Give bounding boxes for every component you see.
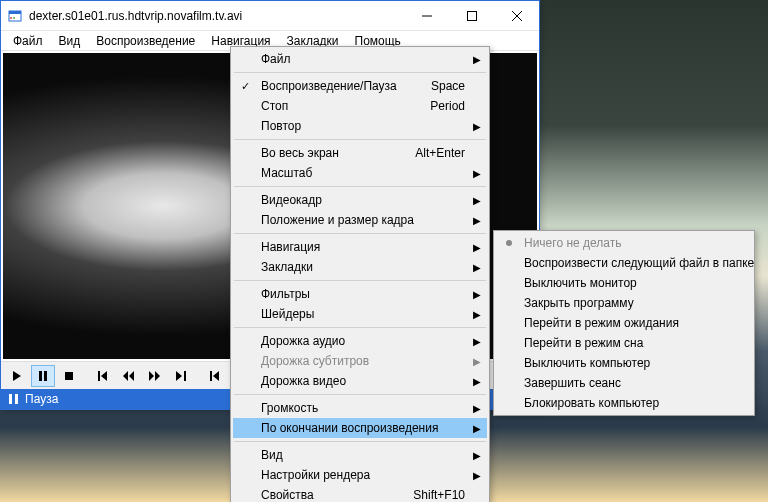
ctx-main-label: Масштаб <box>261 166 312 180</box>
ctx-main-item-22[interactable]: Громкость▶ <box>233 398 487 418</box>
menu-playback[interactable]: Воспроизведение <box>88 32 203 50</box>
rewind-button[interactable] <box>117 365 141 387</box>
submenu-arrow-icon: ▶ <box>473 121 481 132</box>
ctx-main-item-2[interactable]: ✓Воспроизведение/ПаузаSpace <box>233 76 487 96</box>
ctx-main-item-15[interactable]: Фильтры▶ <box>233 284 487 304</box>
status-icon <box>7 392 21 406</box>
ctx-after-label: Завершить сеанс <box>524 376 621 390</box>
ctx-after-item-7[interactable]: Завершить сеанс <box>496 373 752 393</box>
ctx-main-label: Видеокадр <box>261 193 322 207</box>
svg-point-3 <box>13 17 15 19</box>
ctx-main-separator <box>234 441 486 442</box>
stop-button[interactable] <box>57 365 81 387</box>
ctx-main-item-6[interactable]: Во весь экранAlt+Enter <box>233 143 487 163</box>
ctx-main-item-7[interactable]: Масштаб▶ <box>233 163 487 183</box>
ctx-main-item-27[interactable]: СвойстваShift+F10 <box>233 485 487 502</box>
ctx-main-item-26[interactable]: Настройки рендера▶ <box>233 465 487 485</box>
ctx-main-separator <box>234 186 486 187</box>
close-button[interactable] <box>494 1 539 30</box>
ctx-main-item-19[interactable]: Дорожка субтитров▶ <box>233 351 487 371</box>
ctx-main-item-12[interactable]: Навигация▶ <box>233 237 487 257</box>
window-title: dexter.s01e01.rus.hdtvrip.novafilm.tv.av… <box>29 9 404 23</box>
frame-back-button[interactable] <box>203 365 227 387</box>
shortcut-label: Shift+F10 <box>413 488 465 502</box>
ctx-main-label: Положение и размер кадра <box>261 213 414 227</box>
submenu-arrow-icon: ▶ <box>473 195 481 206</box>
ctx-main-item-13[interactable]: Закладки▶ <box>233 257 487 277</box>
ctx-after-label: Закрыть программу <box>524 296 634 310</box>
titlebar[interactable]: dexter.s01e01.rus.hdtvrip.novafilm.tv.av… <box>1 1 539 31</box>
ctx-main-label: Шейдеры <box>261 307 314 321</box>
ctx-main-item-9[interactable]: Видеокадр▶ <box>233 190 487 210</box>
skip-back-button[interactable] <box>91 365 115 387</box>
submenu-arrow-icon: ▶ <box>473 168 481 179</box>
skip-forward-button[interactable] <box>169 365 193 387</box>
ctx-after-item-4[interactable]: Перейти в режим ожидания <box>496 313 752 333</box>
svg-marker-17 <box>155 371 160 381</box>
menu-view[interactable]: Вид <box>51 32 89 50</box>
ctx-main-item-23[interactable]: По окончании воспроизведения▶ <box>233 418 487 438</box>
ctx-main-label: По окончании воспроизведения <box>261 421 438 435</box>
ctx-after-item-8[interactable]: Блокировать компьютер <box>496 393 752 413</box>
ctx-after-label: Блокировать компьютер <box>524 396 659 410</box>
ctx-after-item-6[interactable]: Выключить компьютер <box>496 353 752 373</box>
svg-rect-24 <box>9 394 12 404</box>
submenu-arrow-icon: ▶ <box>473 356 481 367</box>
submenu-arrow-icon: ▶ <box>473 54 481 65</box>
ctx-main-item-16[interactable]: Шейдеры▶ <box>233 304 487 324</box>
svg-rect-20 <box>210 371 212 381</box>
submenu-arrow-icon: ▶ <box>473 403 481 414</box>
minimize-button[interactable] <box>404 1 449 30</box>
play-button[interactable] <box>5 365 29 387</box>
status-label: Пауза <box>25 392 58 406</box>
ctx-main-label: Настройки рендера <box>261 468 370 482</box>
svg-marker-8 <box>13 371 21 381</box>
submenu-arrow-icon: ▶ <box>473 262 481 273</box>
ctx-main-label: Повтор <box>261 119 301 133</box>
svg-rect-10 <box>44 371 47 381</box>
ctx-main-separator <box>234 327 486 328</box>
submenu-arrow-icon: ▶ <box>473 289 481 300</box>
pause-button[interactable] <box>31 365 55 387</box>
ctx-main-label: Свойства <box>261 488 314 502</box>
svg-marker-21 <box>213 371 219 381</box>
svg-marker-13 <box>101 371 107 381</box>
ctx-main-label: Закладки <box>261 260 313 274</box>
ctx-main-item-20[interactable]: Дорожка видео▶ <box>233 371 487 391</box>
ctx-main-separator <box>234 394 486 395</box>
svg-point-2 <box>10 17 12 19</box>
ctx-main-label: Дорожка видео <box>261 374 346 388</box>
submenu-arrow-icon: ▶ <box>473 376 481 387</box>
radio-icon <box>506 240 512 246</box>
ctx-main-label: Фильтры <box>261 287 310 301</box>
ctx-main-item-4[interactable]: Повтор▶ <box>233 116 487 136</box>
ctx-main-separator <box>234 233 486 234</box>
svg-rect-1 <box>9 11 21 14</box>
ctx-after-item-0[interactable]: Ничего не делать <box>496 233 752 253</box>
ctx-main-item-25[interactable]: Вид▶ <box>233 445 487 465</box>
ctx-after-item-3[interactable]: Закрыть программу <box>496 293 752 313</box>
ctx-after-label: Перейти в режим ожидания <box>524 316 679 330</box>
ctx-main-label: Громкость <box>261 401 318 415</box>
submenu-arrow-icon: ▶ <box>473 242 481 253</box>
ctx-main-item-0[interactable]: Файл▶ <box>233 49 487 69</box>
ctx-after-item-2[interactable]: Выключить монитор <box>496 273 752 293</box>
ctx-main-label: Воспроизведение/Пауза <box>261 79 397 93</box>
ctx-main-separator <box>234 280 486 281</box>
svg-rect-19 <box>184 371 186 381</box>
maximize-button[interactable] <box>449 1 494 30</box>
svg-rect-25 <box>15 394 18 404</box>
svg-rect-12 <box>98 371 100 381</box>
ctx-after-item-5[interactable]: Перейти в режим сна <box>496 333 752 353</box>
svg-rect-11 <box>65 372 73 380</box>
ctx-after-label: Воспроизвести следующий файл в папке <box>524 256 754 270</box>
ctx-main-item-3[interactable]: СтопPeriod <box>233 96 487 116</box>
ctx-after-item-1[interactable]: Воспроизвести следующий файл в папке <box>496 253 752 273</box>
forward-button[interactable] <box>143 365 167 387</box>
menu-file[interactable]: Файл <box>5 32 51 50</box>
shortcut-label: Alt+Enter <box>415 146 465 160</box>
svg-marker-15 <box>129 371 134 381</box>
ctx-main-item-10[interactable]: Положение и размер кадра▶ <box>233 210 487 230</box>
svg-marker-14 <box>123 371 128 381</box>
ctx-main-item-18[interactable]: Дорожка аудио▶ <box>233 331 487 351</box>
